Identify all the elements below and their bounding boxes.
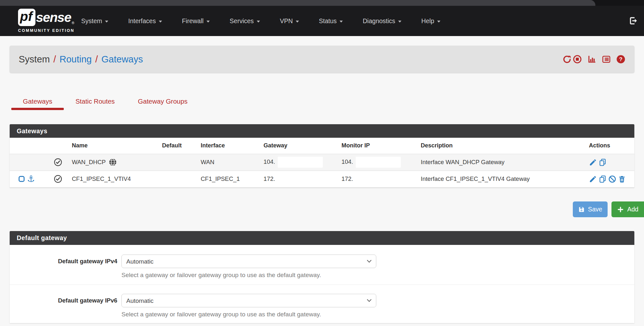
breadcrumb-section: System: [19, 54, 50, 65]
chevron-down-icon: [159, 21, 162, 23]
default-gateway-panel-title: Default gateway: [10, 231, 634, 245]
table-row: ⚓ CF1_IPSEC_1_VTIV4: [10, 171, 634, 187]
logo-sense-text: sense: [36, 10, 71, 25]
chevron-down-icon: [207, 21, 210, 23]
logo-edition-text: COMMUNITY EDITION: [18, 28, 74, 33]
default-gateway-ipv4-select[interactable]: Automatic: [121, 255, 376, 268]
gateway-enabled-icon: [54, 175, 62, 183]
sign-out-icon[interactable]: [629, 16, 638, 25]
default-gateway-ipv4-row: Default gateway IPv4 Automatic Select a …: [10, 245, 634, 285]
copy-icon[interactable]: [599, 158, 607, 166]
gateway-description: Interface WAN_DHCP Gateway: [417, 154, 587, 171]
logo-registered-mark: ®: [72, 21, 74, 25]
gateways-table: Name Default Interface Gateway Monitor I…: [10, 138, 634, 188]
default-gateway-ipv6-label: Default gateway IPv6: [10, 294, 117, 318]
save-icon: [578, 206, 585, 213]
bar-chart-icon[interactable]: [587, 55, 596, 64]
help-icon[interactable]: ?: [616, 55, 625, 64]
pfsense-logo[interactable]: pf sense ® COMMUNITY EDITION: [18, 9, 74, 33]
column-monitor-ip: Monitor IP: [340, 138, 417, 154]
breadcrumb-actions: ?: [562, 55, 625, 64]
gateway-interface: WAN: [197, 154, 262, 171]
menu-vpn[interactable]: VPN: [280, 17, 299, 25]
redacted-value: [278, 157, 323, 168]
disable-icon[interactable]: [608, 175, 616, 183]
gateway-interface: CF1_IPSEC_1: [197, 171, 262, 187]
gateway-name: WAN_DHCP: [72, 159, 106, 166]
gateways-panel: Gateways Name Default Interface Gateway …: [10, 124, 634, 188]
tab-gateways[interactable]: Gateways: [11, 93, 64, 110]
pfsense-gateways-page: pf sense ® COMMUNITY EDITION System Inte…: [0, 0, 644, 326]
gateway-enabled-icon: [54, 158, 62, 166]
refresh-icon[interactable]: [562, 55, 572, 64]
menu-help[interactable]: Help: [421, 17, 440, 25]
monitor-ip: 104.: [341, 158, 353, 165]
default-gateway-ipv6-help: Select a gateway or failover gateway gro…: [121, 311, 376, 318]
menu-interfaces[interactable]: Interfaces: [128, 17, 162, 25]
menu-services[interactable]: Services: [230, 17, 260, 25]
edit-icon[interactable]: [589, 158, 597, 166]
gateway-address: 172.: [262, 171, 340, 187]
monitor-ip: 172.: [340, 171, 417, 187]
chevron-down-icon: [398, 21, 401, 23]
add-gateway-button[interactable]: Add: [611, 201, 644, 217]
gateways-panel-title: Gateways: [10, 124, 634, 138]
breadcrumb-bar: System / Routing / Gateways: [10, 46, 634, 73]
routing-tabs: Gateways Static Routes Gateway Groups: [11, 93, 187, 110]
top-navbar: pf sense ® COMMUNITY EDITION System Inte…: [0, 6, 644, 36]
breadcrumb-separator: /: [53, 54, 56, 65]
breadcrumb-separator: /: [95, 54, 98, 65]
logo-pf-box: pf: [18, 9, 35, 26]
tab-gateway-groups[interactable]: Gateway Groups: [138, 93, 187, 110]
default-gateway-globe-icon: [109, 158, 117, 166]
save-button[interactable]: Save: [573, 201, 608, 217]
column-description: Description: [417, 138, 587, 154]
stop-circle-icon[interactable]: [573, 55, 582, 64]
breadcrumb-link-gateways[interactable]: Gateways: [101, 54, 143, 65]
delete-icon[interactable]: [618, 175, 626, 183]
tab-static-routes[interactable]: Static Routes: [75, 93, 115, 110]
list-icon[interactable]: [602, 55, 611, 64]
gateway-default-cell: [162, 154, 197, 171]
redacted-value: [356, 157, 401, 168]
table-row: WAN_DHCP WAN 104.: [10, 154, 634, 171]
menu-diagnostics[interactable]: Diagnostics: [363, 17, 401, 25]
chevron-down-icon: [296, 21, 299, 23]
default-gateway-ipv4-label: Default gateway IPv4: [10, 255, 117, 279]
breadcrumb: System / Routing / Gateways: [19, 54, 143, 65]
gateway-description: Interface CF1_IPSEC_1_VTIV4 Gateway: [417, 171, 587, 187]
menu-system[interactable]: System: [81, 17, 108, 25]
chevron-down-icon: [257, 21, 260, 23]
chevron-down-icon: [105, 21, 108, 23]
default-gateway-panel: Default gateway Default gateway IPv4 Aut…: [10, 231, 634, 323]
column-actions: Actions: [587, 138, 634, 154]
select-gateway-checkbox[interactable]: [18, 175, 25, 182]
breadcrumb-link-routing[interactable]: Routing: [60, 54, 92, 65]
gateway-address: 104.: [264, 158, 275, 165]
column-interface: Interface: [197, 138, 262, 154]
chevron-down-icon: [340, 21, 343, 23]
menu-status[interactable]: Status: [319, 17, 343, 25]
edit-icon[interactable]: [589, 175, 597, 183]
main-menu: System Interfaces Firewall Services VPN …: [81, 6, 440, 36]
gateway-name: CF1_IPSEC_1_VTIV4: [72, 175, 131, 182]
column-status: [10, 138, 69, 154]
default-gateway-ipv6-row: Default gateway IPv6 Automatic Select a …: [10, 285, 634, 323]
column-gateway: Gateway: [262, 138, 340, 154]
window-top-strip: [0, 0, 595, 6]
column-name: Name: [69, 138, 162, 154]
default-gateway-ipv4-help: Select a gateway or failover gateway gro…: [121, 272, 376, 279]
plus-icon: [617, 206, 624, 213]
gateway-default-cell: [162, 171, 197, 187]
default-gateway-ipv6-select[interactable]: Automatic: [121, 294, 376, 307]
chevron-down-icon: [437, 21, 440, 23]
column-default: Default: [162, 138, 197, 154]
menu-firewall[interactable]: Firewall: [182, 17, 210, 25]
table-header-row: Name Default Interface Gateway Monitor I…: [10, 138, 634, 154]
copy-icon[interactable]: [599, 175, 607, 183]
anchor-icon[interactable]: ⚓: [27, 175, 35, 183]
svg-text:?: ?: [619, 56, 622, 62]
